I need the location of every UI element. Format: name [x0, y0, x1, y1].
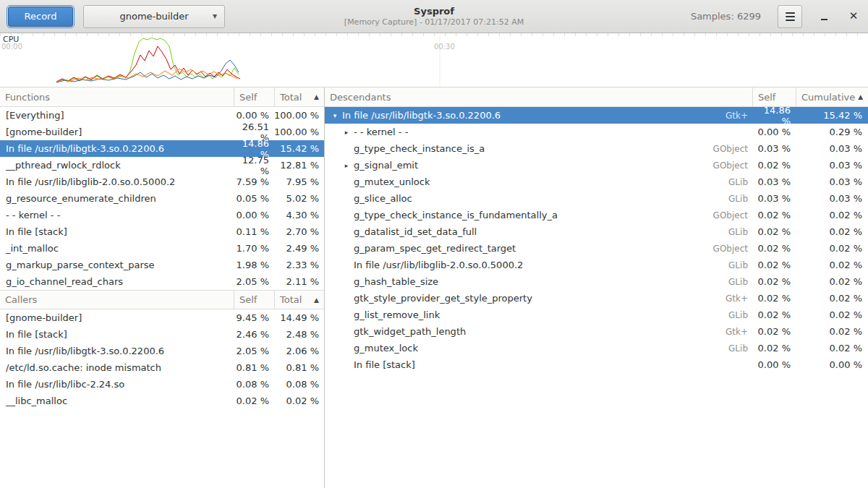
minimize-button[interactable] — [816, 9, 832, 25]
functions-row[interactable]: In file /usr/lib/libgtk-3.so.0.2200.614.… — [0, 140, 324, 157]
functions-row[interactable]: [Everything]0.00 %100.00 % — [0, 107, 324, 124]
descendants-row[interactable]: g_param_spec_get_redirect_targetGObject0… — [325, 240, 868, 257]
record-button[interactable]: Record — [8, 7, 73, 27]
descendants-row[interactable]: g_hash_table_sizeGLib0.02 %0.02 % — [325, 273, 868, 290]
library-tag: Gtk+ — [726, 327, 752, 337]
total-cell: 0.08 % — [274, 379, 324, 390]
descendants-row[interactable]: g_list_remove_linkGLib0.02 %0.02 % — [325, 307, 868, 323]
total-cell: 7.95 % — [274, 176, 324, 187]
total-cell: 4.30 % — [274, 210, 324, 221]
process-selector-dropdown[interactable]: gnome-builder ▾ — [83, 5, 225, 28]
functions-row[interactable]: In file /usr/lib/libglib-2.0.so.0.5000.2… — [0, 174, 324, 190]
self-cell: 0.00 % — [752, 359, 796, 370]
self-cell: 0.05 % — [234, 193, 274, 204]
self-cell: 0.03 % — [752, 143, 796, 154]
functions-row[interactable]: _int_malloc1.70 %2.49 % — [0, 240, 324, 257]
descendants-row[interactable]: gtk_widget_path_lengthGtk+0.02 %0.02 % — [325, 323, 868, 340]
descendants-row[interactable]: ▸- - kernel - -0.00 %0.29 % — [325, 124, 868, 140]
descendants-row[interactable]: g_slice_allocGLib0.03 %0.03 % — [325, 190, 868, 207]
function-name-cell: In file [stack] — [0, 226, 234, 237]
functions-row[interactable]: In file [stack]0.11 %2.70 % — [0, 223, 324, 240]
callers-rows: [gnome-builder]9.45 %14.49 %In file [sta… — [0, 309, 324, 409]
self-cell: 0.02 % — [752, 160, 796, 171]
functions-row[interactable]: g_markup_parse_context_parse1.98 %2.33 % — [0, 257, 324, 273]
descendants-row[interactable]: In file /usr/lib/libglib-2.0.so.0.5000.2… — [325, 257, 868, 273]
callers-row[interactable]: [gnome-builder]9.45 %14.49 % — [0, 309, 324, 326]
cpu-series-cpu-blue — [56, 60, 239, 82]
column-header-self[interactable]: Self — [234, 291, 274, 309]
callers-row[interactable]: In file /usr/lib/libc-2.24.so0.08 %0.08 … — [0, 376, 324, 393]
indent-spacer — [325, 356, 341, 373]
column-header-total[interactable]: Total ▲ — [274, 87, 324, 106]
descendants-row[interactable]: g_mutex_lockGLib0.02 %0.02 % — [325, 340, 868, 356]
callers-row[interactable]: __libc_malloc0.02 %0.02 % — [0, 393, 324, 409]
total-cell: 2.06 % — [274, 346, 324, 356]
expander-icon[interactable]: ▾ — [329, 112, 341, 119]
indent-spacer — [325, 340, 341, 356]
descendants-row[interactable]: ▾In file /usr/lib/libgtk-3.so.0.2200.6Gt… — [325, 107, 868, 124]
self-cell: 0.02 % — [752, 260, 796, 270]
self-cell: 0.08 % — [234, 379, 274, 390]
self-cell: 0.02 % — [752, 293, 796, 304]
descendants-row[interactable]: In file [stack]0.00 %0.00 % — [325, 356, 868, 373]
library-tag: GObject — [713, 244, 752, 254]
cumulative-cell: 0.03 % — [796, 193, 868, 204]
descendants-row[interactable]: g_type_check_instance_is_fundamentally_a… — [325, 207, 868, 223]
functions-row[interactable]: - - kernel - -0.00 %4.30 % — [0, 207, 324, 223]
callers-row[interactable]: In file /usr/lib/libgtk-3.so.0.2200.62.0… — [0, 343, 324, 359]
column-header-total[interactable]: Total ▲ — [274, 291, 324, 309]
self-cell: 12.75 % — [234, 155, 274, 176]
close-icon: ✕ — [849, 11, 859, 22]
library-tag: GLib — [728, 177, 752, 187]
headerbar: Record gnome-builder ▾ Sysprof [Memory C… — [0, 0, 868, 33]
total-cell: 2.70 % — [274, 226, 324, 237]
callers-row[interactable]: /etc/ld.so.cache: inode mismatch0.81 %0.… — [0, 359, 324, 376]
callers-row[interactable]: In file [stack]2.46 %2.48 % — [0, 326, 324, 343]
total-cell: 15.42 % — [274, 143, 324, 154]
self-cell: 2.05 % — [234, 276, 274, 287]
descendants-row[interactable]: g_datalist_id_set_data_fullGLib0.02 %0.0… — [325, 223, 868, 240]
expander-icon[interactable]: ▸ — [341, 129, 352, 136]
descendants-row[interactable]: g_mutex_unlockGLib0.03 %0.03 % — [325, 174, 868, 190]
indent-spacer — [325, 290, 341, 307]
total-cell: 2.48 % — [274, 329, 324, 340]
cpu-timeline[interactable]: CPU 00:00 00:30 — [0, 33, 868, 87]
total-cell: 0.81 % — [274, 362, 324, 373]
functions-row[interactable]: g_resource_enumerate_children0.05 %5.02 … — [0, 190, 324, 207]
functions-row[interactable]: g_io_channel_read_chars2.05 %2.11 % — [0, 273, 324, 290]
column-header-descendants[interactable]: Descendants — [325, 87, 752, 106]
function-name-cell: g_mutex_unlock — [352, 176, 430, 187]
functions-row[interactable]: [gnome-builder]26.51 %100.00 % — [0, 124, 324, 140]
library-tag: GLib — [728, 194, 752, 204]
descendants-row[interactable]: gtk_style_provider_get_style_propertyGtk… — [325, 290, 868, 307]
process-selector-label: gnome-builder — [119, 11, 188, 22]
self-cell: 0.02 % — [752, 326, 796, 337]
column-header-functions[interactable]: Functions — [0, 87, 234, 106]
column-header-cumulative[interactable]: Cumulative ▲ — [796, 87, 868, 106]
descendants-row[interactable]: ▸g_signal_emitGObject0.02 %0.03 % — [325, 157, 868, 174]
function-name-cell: - - kernel - - — [0, 210, 234, 221]
time-label-start: 00:00 — [1, 43, 22, 51]
chevron-down-icon: ▾ — [213, 11, 217, 21]
cumulative-cell: 0.02 % — [796, 293, 868, 304]
column-header-callers[interactable]: Callers — [0, 291, 234, 309]
self-cell: 1.70 % — [234, 243, 274, 254]
cumulative-cell: 0.02 % — [796, 276, 868, 287]
expander-icon[interactable]: ▸ — [341, 162, 352, 169]
column-header-self[interactable]: Self — [752, 87, 796, 106]
self-cell: 0.02 % — [752, 210, 796, 221]
functions-row[interactable]: __pthread_rwlock_rdlock12.75 %12.81 % — [0, 157, 324, 174]
indent-spacer — [325, 207, 341, 223]
function-name-cell: g_io_channel_read_chars — [0, 276, 234, 287]
close-button[interactable]: ✕ — [846, 9, 861, 25]
left-panel: Functions Self Total ▲ [Everything]0.00 … — [0, 87, 325, 488]
self-cell: 0.02 % — [752, 276, 796, 287]
column-header-self[interactable]: Self — [234, 87, 274, 106]
function-name-cell: In file /usr/lib/libgtk-3.so.0.2200.6 — [0, 346, 234, 356]
self-cell: 0.02 % — [234, 395, 274, 406]
total-cell: 0.02 % — [274, 395, 324, 406]
cumulative-cell: 0.00 % — [796, 359, 868, 370]
descendants-row[interactable]: g_type_check_instance_is_aGObject0.03 %0… — [325, 140, 868, 157]
menu-button[interactable] — [778, 5, 802, 28]
self-cell: 9.45 % — [234, 312, 274, 323]
